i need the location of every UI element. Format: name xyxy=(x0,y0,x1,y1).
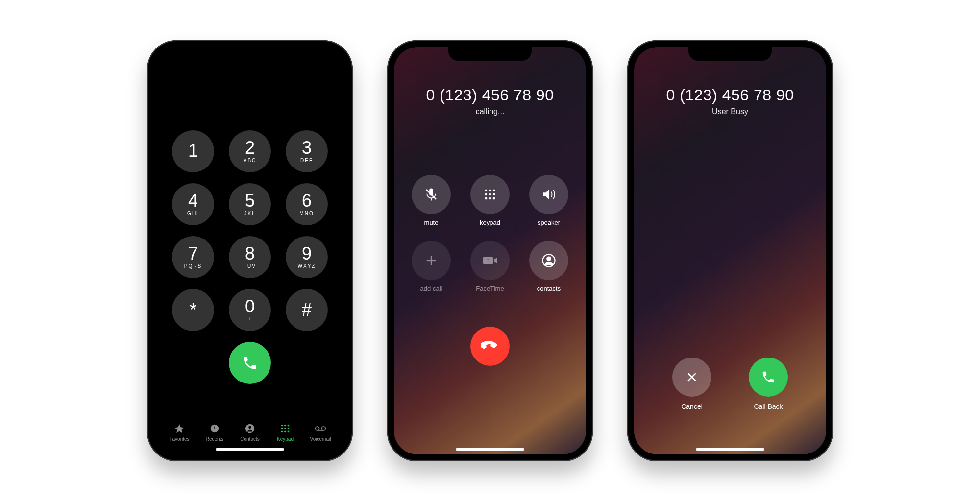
key-9[interactable]: 9WXYZ xyxy=(286,236,328,278)
busy-actions: Cancel Call Back xyxy=(634,358,826,410)
speaker-button[interactable]: speaker xyxy=(529,175,568,226)
svg-point-23 xyxy=(485,197,488,199)
phone-icon xyxy=(761,370,776,384)
svg-point-18 xyxy=(489,189,491,191)
svg-point-8 xyxy=(288,428,290,429)
star-icon xyxy=(173,423,185,434)
busy-header: 0 (123) 456 78 90 User Busy xyxy=(634,86,826,116)
callback-button[interactable]: Call Back xyxy=(749,358,788,410)
key-6[interactable]: 6MNO xyxy=(286,183,328,225)
tab-voicemail[interactable]: Voicemail xyxy=(303,423,338,442)
tab-label: Keypad xyxy=(277,436,294,442)
svg-point-31 xyxy=(547,257,551,261)
svg-point-5 xyxy=(288,424,290,426)
key-hash[interactable]: # xyxy=(286,289,328,331)
plus-icon xyxy=(424,254,438,267)
contacts-button[interactable]: contacts xyxy=(529,241,568,292)
tab-favorites[interactable]: Favorites xyxy=(162,423,197,442)
keypad-grid: 1 2ABC 3DEF 4GHI 5JKL 6MNO 7PQRS 8TUV 9W… xyxy=(154,130,346,331)
voicemail-icon xyxy=(315,423,326,434)
calling-number: 0 (123) 456 78 90 xyxy=(394,86,586,104)
action-label: FaceTime xyxy=(476,285,504,292)
contact-icon xyxy=(244,423,256,434)
notch xyxy=(688,47,772,61)
key-7[interactable]: 7PQRS xyxy=(172,236,214,278)
svg-text:?: ? xyxy=(487,258,489,263)
add-call-button[interactable]: add call xyxy=(412,241,451,292)
phone-calling: 0 (123) 456 78 90 calling... mute keypad… xyxy=(387,40,593,461)
callback-label: Call Back xyxy=(754,403,783,410)
tab-recents[interactable]: Recents xyxy=(197,423,232,442)
svg-point-13 xyxy=(321,427,325,430)
contact-icon xyxy=(541,253,556,268)
mute-button[interactable]: mute xyxy=(412,175,451,226)
key-8[interactable]: 8TUV xyxy=(229,236,271,278)
tab-contacts[interactable]: Contacts xyxy=(232,423,268,442)
svg-point-25 xyxy=(493,197,495,199)
svg-point-20 xyxy=(485,193,488,195)
tab-label: Voicemail xyxy=(310,436,331,442)
key-3[interactable]: 3DEF xyxy=(286,130,328,172)
action-label: contacts xyxy=(537,285,561,292)
svg-point-2 xyxy=(248,426,251,429)
screen-busy: 0 (123) 456 78 90 User Busy Cancel Call … xyxy=(634,47,826,454)
end-call-button[interactable] xyxy=(470,327,510,366)
tab-label: Contacts xyxy=(240,436,259,442)
tab-label: Favorites xyxy=(169,436,189,442)
phone-busy: 0 (123) 456 78 90 User Busy Cancel Call … xyxy=(627,40,833,461)
svg-point-21 xyxy=(489,193,491,195)
action-label: mute xyxy=(424,219,439,226)
tab-keypad[interactable]: Keypad xyxy=(268,423,303,442)
keypad-icon xyxy=(279,423,291,434)
phone-icon xyxy=(242,355,258,371)
tab-label: Recents xyxy=(206,436,224,442)
svg-point-3 xyxy=(281,424,283,426)
svg-point-22 xyxy=(493,193,495,195)
speaker-icon xyxy=(541,187,556,202)
action-label: add call xyxy=(420,285,442,292)
busy-number: 0 (123) 456 78 90 xyxy=(634,86,826,104)
calling-status: calling... xyxy=(394,107,586,116)
facetime-icon: ? xyxy=(482,255,498,266)
key-1[interactable]: 1 xyxy=(172,130,214,172)
dial-call-button[interactable] xyxy=(229,342,271,384)
cancel-label: Cancel xyxy=(681,403,703,410)
key-5[interactable]: 5JKL xyxy=(229,183,271,225)
home-indicator[interactable] xyxy=(456,448,524,451)
busy-status: User Busy xyxy=(634,107,826,116)
close-icon xyxy=(686,371,698,383)
cancel-button[interactable]: Cancel xyxy=(672,358,711,410)
key-0[interactable]: 0+ xyxy=(229,289,271,331)
screen-dialer: 1 2ABC 3DEF 4GHI 5JKL 6MNO 7PQRS 8TUV 9W… xyxy=(154,47,346,454)
call-header: 0 (123) 456 78 90 calling... xyxy=(394,86,586,116)
keypad-icon xyxy=(483,188,497,201)
facetime-button[interactable]: ? FaceTime xyxy=(470,241,510,292)
key-2[interactable]: 2ABC xyxy=(229,130,271,172)
svg-point-10 xyxy=(284,430,286,432)
svg-point-17 xyxy=(485,189,488,191)
notch xyxy=(208,47,292,61)
key-star[interactable]: * xyxy=(172,289,214,331)
svg-point-11 xyxy=(288,430,290,432)
svg-point-7 xyxy=(284,428,286,429)
svg-point-19 xyxy=(493,189,495,191)
call-action-grid: mute keypad speaker add call ? FaceTime … xyxy=(412,175,568,292)
keypad-button[interactable]: keypad xyxy=(470,175,510,226)
hangup-icon xyxy=(481,337,499,356)
screen-calling: 0 (123) 456 78 90 calling... mute keypad… xyxy=(394,47,586,454)
mute-icon xyxy=(424,187,439,202)
svg-point-6 xyxy=(281,428,283,429)
svg-point-24 xyxy=(489,197,491,199)
home-indicator[interactable] xyxy=(696,448,764,451)
svg-point-12 xyxy=(316,427,319,430)
key-4[interactable]: 4GHI xyxy=(172,183,214,225)
action-label: speaker xyxy=(538,219,560,226)
svg-point-4 xyxy=(284,424,286,426)
action-label: keypad xyxy=(480,219,500,226)
notch xyxy=(448,47,532,61)
phone-dialer: 1 2ABC 3DEF 4GHI 5JKL 6MNO 7PQRS 8TUV 9W… xyxy=(147,40,353,461)
clock-icon xyxy=(209,423,220,434)
svg-point-9 xyxy=(281,430,283,432)
home-indicator[interactable] xyxy=(216,448,284,451)
